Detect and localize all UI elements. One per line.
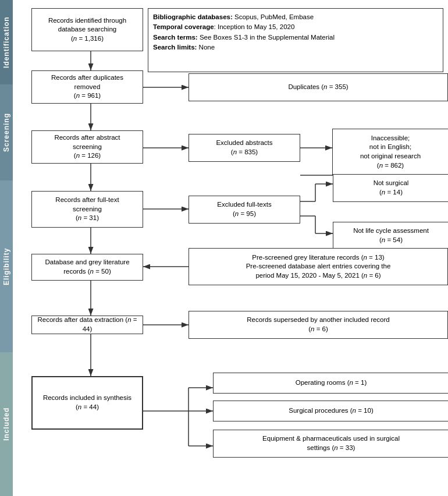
box-after-duplicates: Records after duplicatesremoved(n = 961) (31, 70, 143, 104)
box-after-fulltext: Records after full-textscreening(n = 31) (31, 191, 143, 228)
box-excluded-abstracts: Excluded abstracts(n = 835) (189, 134, 300, 162)
main-content: Records identified throughdatabase searc… (13, 0, 448, 496)
sidebar-identification: Identification (0, 0, 13, 84)
sidebar-eligibility: Eligibility (0, 180, 13, 352)
sidebar-screening: Screening (0, 84, 13, 180)
box-after-abstract: Records after abstractscreening(n = 126) (31, 130, 143, 164)
box-duplicates: Duplicates (n = 355) (189, 73, 448, 101)
box-operating-rooms: Operating rooms (n = 1) (213, 373, 448, 394)
box-after-extraction: Records after data extraction (n = 44) (31, 316, 143, 334)
box-superseded: Records superseded by another included r… (189, 311, 448, 339)
flowchart: Records identified throughdatabase searc… (15, 3, 445, 493)
sidebar: Identification Screening Eligibility Inc… (0, 0, 13, 496)
sidebar-included: Included (0, 352, 13, 496)
box-identified: Records identified throughdatabase searc… (31, 8, 143, 51)
box-prescreened: Pre-screened grey literature records (n … (189, 248, 448, 285)
box-db-grey: Database and grey literaturerecords (n =… (31, 254, 143, 281)
box-surgical-procedures: Surgical procedures (n = 10) (213, 401, 448, 421)
box-not-lca: Not life cycle assessment(n = 54) (333, 222, 448, 250)
box-not-surgical: Not surgical(n = 14) (333, 174, 448, 202)
box-inaccessible: Inaccessible;not in English;not original… (332, 129, 448, 175)
box-included-synthesis: Records included in synthesis(n = 44) (31, 376, 143, 430)
info-box: Bibliographic databases: Scopus, PubMed,… (148, 8, 443, 72)
box-equipment: Equipment & pharmaceuticals used in surg… (213, 430, 448, 458)
box-excluded-fulltexts: Excluded full-texts(n = 95) (189, 196, 300, 224)
